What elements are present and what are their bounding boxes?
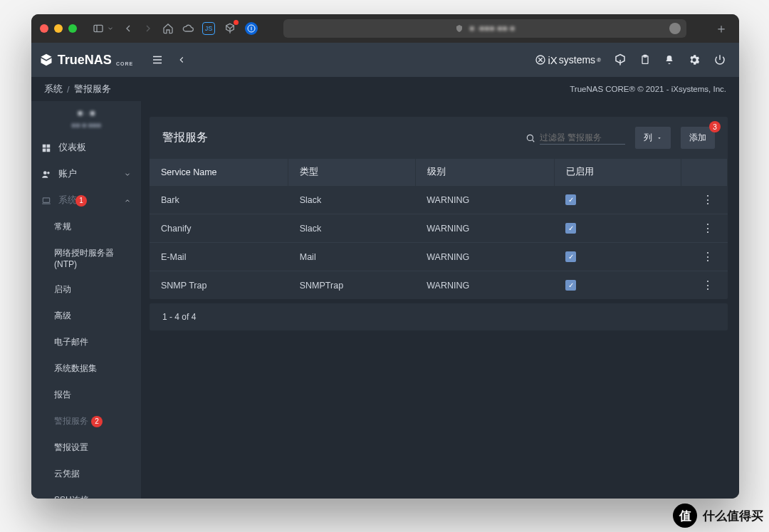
row-actions-button[interactable]: ⋮: [681, 271, 728, 300]
search-icon: [525, 133, 535, 143]
toolbar-left: JS: [93, 22, 258, 35]
sidebar-item-label: 系统数据集: [54, 363, 97, 375]
sidebar-item-sshconn[interactable]: SSH连接: [31, 487, 141, 499]
sidebar-item-label: 警报服务: [54, 415, 88, 427]
sidebar-item-report[interactable]: 报告: [31, 382, 141, 408]
col-type[interactable]: 类型: [288, 159, 416, 186]
card-header: 警报服务 列 添加 3: [150, 117, 728, 159]
sidebar-item-label: 电子邮件: [54, 336, 88, 348]
cell-level: WARNING: [415, 271, 554, 300]
table-row[interactable]: ChanifySlackWARNING⋮: [150, 214, 728, 243]
cell-enabled: [554, 214, 681, 243]
cloud-icon[interactable]: [182, 23, 194, 34]
row-actions-button[interactable]: ⋮: [681, 243, 728, 271]
table-row[interactable]: E-MailMailWARNING⋮: [150, 243, 728, 271]
col-actions: [681, 159, 728, 186]
enabled-checkbox[interactable]: [565, 280, 576, 291]
app-body: ■ · ■ ■■·■·■■■ 仪表板 账户 系统 1 常规 网络授时服务器(NT…: [31, 101, 739, 499]
row-actions-button[interactable]: ⋮: [681, 214, 728, 243]
nav-back-icon[interactable]: [177, 55, 187, 65]
svg-rect-0: [94, 25, 103, 31]
app-window: JS ■ ·■■■·■■·■ ＋ TrueNAS CORE: [31, 14, 739, 499]
table-row[interactable]: SNMP TrapSNMPTrapWARNING⋮: [150, 271, 728, 300]
sidebar-item-ntp[interactable]: 网络授时服务器(NTP): [31, 240, 141, 276]
address-bar[interactable]: ■ ·■■■·■■·■: [283, 19, 686, 38]
enabled-checkbox[interactable]: [565, 223, 576, 234]
bell-icon[interactable]: [664, 54, 675, 66]
sidebar-item-advanced[interactable]: 高级: [31, 303, 141, 329]
svg-point-15: [47, 171, 50, 174]
extension-cube-icon[interactable]: [224, 22, 236, 35]
browser-titlebar: JS ■ ·■■■·■■·■ ＋: [31, 14, 739, 43]
col-level[interactable]: 级别: [415, 159, 554, 186]
columns-button[interactable]: 列: [635, 127, 671, 149]
annotation-badge-2: 2: [91, 416, 103, 427]
cell-level: WARNING: [415, 214, 554, 243]
chevron-up-icon: [124, 197, 131, 204]
zoom-window-button[interactable]: [68, 24, 77, 33]
watermark: 值 什么值得买: [673, 504, 763, 528]
svg-rect-3: [251, 27, 252, 31]
cell-level: WARNING: [415, 186, 554, 214]
cell-type: Mail: [288, 243, 416, 271]
sidebar-item-boot[interactable]: 启动: [31, 276, 141, 303]
svg-rect-16: [43, 197, 49, 202]
svg-line-19: [533, 140, 535, 142]
annotation-badge-3: 3: [709, 121, 721, 132]
col-enabled[interactable]: 已启用: [554, 159, 681, 186]
table-row[interactable]: BarkSlackWARNING⋮: [150, 186, 728, 214]
row-actions-button[interactable]: ⋮: [681, 186, 728, 214]
cell-type: Slack: [288, 186, 416, 214]
filter-field[interactable]: [525, 131, 625, 145]
ixsystems-link[interactable]: iXsystems®: [535, 54, 601, 66]
cell-type: SNMPTrap: [288, 271, 416, 300]
sidebar-item-cloudcred[interactable]: 云凭据: [31, 461, 141, 487]
sidebar-item-alertset[interactable]: 警报设置: [31, 434, 141, 461]
truecommand-icon[interactable]: [614, 53, 627, 66]
enabled-checkbox[interactable]: [565, 194, 576, 205]
brand-logo[interactable]: TrueNAS CORE: [31, 53, 141, 68]
onepassword-icon[interactable]: [245, 22, 258, 35]
ix-prefix: iX: [548, 54, 557, 66]
gear-icon[interactable]: [688, 53, 701, 66]
cell-enabled: [554, 186, 681, 214]
col-name[interactable]: Service Name: [150, 159, 288, 186]
hamburger-icon[interactable]: [151, 53, 164, 66]
forward-icon[interactable]: [142, 23, 154, 34]
server-name: ■ · ■: [31, 101, 141, 121]
sidebar-item-alertsvc[interactable]: 警报服务 2: [31, 408, 141, 434]
home-icon[interactable]: [162, 23, 174, 34]
sidebar-item-email[interactable]: 电子邮件: [31, 329, 141, 355]
laptop-icon: [41, 196, 51, 206]
sidebar-item-dashboard[interactable]: 仪表板: [31, 135, 141, 161]
svg-point-18: [527, 135, 533, 140]
chevron-down-icon[interactable]: [107, 23, 114, 34]
cube-icon: [39, 53, 53, 67]
breadcrumb-root[interactable]: 系统: [44, 83, 63, 95]
sidebar-item-general[interactable]: 常规: [31, 214, 141, 240]
add-button[interactable]: 添加 3: [681, 127, 715, 149]
sidebar: ■ · ■ ■■·■·■■■ 仪表板 账户 系统 1 常规 网络授时服务器(NT…: [31, 101, 141, 499]
minimize-window-button[interactable]: [54, 24, 63, 33]
sidebar-item-label: 高级: [54, 310, 71, 322]
close-window-button[interactable]: [40, 24, 48, 33]
sidebar-item-account[interactable]: 账户: [31, 161, 141, 187]
enabled-checkbox[interactable]: [565, 251, 576, 262]
power-icon[interactable]: [713, 53, 726, 66]
new-tab-button[interactable]: ＋: [712, 20, 731, 37]
app-header: TrueNAS CORE iXsystems®: [31, 43, 739, 77]
dashboard-icon: [41, 143, 51, 153]
back-icon[interactable]: [122, 23, 134, 34]
svg-rect-12: [43, 148, 46, 152]
breadcrumb-leaf: 警报服务: [74, 83, 111, 95]
sidebar-item-dataset[interactable]: 系统数据集: [31, 355, 141, 382]
clipboard-icon[interactable]: [639, 54, 651, 66]
filter-input[interactable]: [540, 131, 625, 145]
sidebar-item-label: 系统: [58, 194, 77, 207]
svg-rect-11: [47, 144, 51, 147]
reader-mode-icon[interactable]: [669, 23, 681, 34]
sidebar-item-system[interactable]: 系统 1: [31, 187, 141, 214]
sidebar-toggle-icon[interactable]: [93, 23, 104, 34]
server-ip: ■■·■·■■■: [31, 121, 141, 135]
js-badge-icon[interactable]: JS: [202, 22, 215, 35]
